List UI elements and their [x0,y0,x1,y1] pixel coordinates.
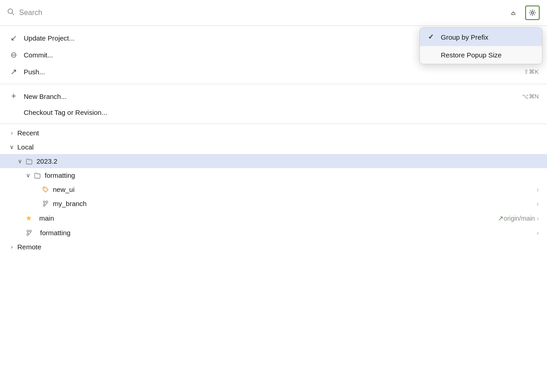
svg-point-3 [532,12,534,14]
folder-formatting-chevron: ∨ [25,172,32,179]
dropdown-item-restore-popup-size[interactable]: Restore Popup Size [420,46,542,64]
push-shortcut: ⇧⌘K [524,68,539,75]
formatting-local-label: formatting [40,229,537,237]
search-bar: Search [0,0,547,26]
push-icon: ↗ [8,67,19,77]
recent-group[interactable]: › Recent [0,126,547,140]
branch-actions-section: + New Branch... ⌥⌘N Checkout Tag or Revi… [0,84,547,124]
checkout-tag-label: Checkout Tag or Revision... [24,108,539,116]
local-group[interactable]: ∨ Local [0,140,547,154]
checkout-tag-item[interactable]: Checkout Tag or Revision... [0,105,547,120]
main-chevron-right: › [537,215,539,222]
branch-my-branch[interactable]: my_branch › [0,196,547,211]
main-label: main [39,214,494,222]
recent-chevron: › [8,129,15,136]
folder-2023-2-label: 2023.2 [36,157,539,165]
dropdown-item-group-by-prefix[interactable]: ✓ Group by Prefix [420,28,542,46]
formatting-local-right: › [537,229,539,237]
folder-formatting-icon [34,172,41,179]
push-label: Push... [24,68,524,76]
local-label: Local [17,143,539,151]
new-ui-right: › [537,186,539,193]
folder-2023-2-icon [26,158,33,165]
new-branch-icon: + [8,92,19,101]
new-branch-item[interactable]: + New Branch... ⌥⌘N [0,88,547,105]
check-icon: ✓ [428,33,436,41]
dropdown-label-group-by-prefix: Group by Prefix [441,33,488,41]
folder-formatting-label: formatting [45,171,539,179]
formatting-local-icon [26,229,33,237]
tag-icon [42,186,49,193]
new-branch-shortcut: ⌥⌘N [522,93,539,100]
star-icon: ★ [26,214,32,222]
dropdown-label-restore-popup-size: Restore Popup Size [441,51,501,59]
update-project-icon: ↙ [8,33,19,43]
remote-group[interactable]: › Remote [0,240,547,254]
branch-new-ui[interactable]: new_ui › [0,182,547,196]
folder-2023-2-chevron: ∨ [16,158,24,165]
my-branch-label: my_branch [53,200,537,207]
main-tracked: origin/main › [504,215,539,222]
new-ui-label: new_ui [53,186,537,193]
svg-point-6 [46,201,48,203]
search-icon [7,8,15,17]
remote-label: Remote [17,243,539,251]
my-branch-right: › [537,200,539,207]
new-ui-chevron-right: › [537,186,539,193]
my-branch-chevron-right: › [537,200,539,207]
new-branch-label: New Branch... [24,93,522,100]
svg-point-4 [44,188,45,189]
folder-2023-2[interactable]: ∨ 2023.2 [0,154,547,168]
gear-button[interactable] [525,5,540,20]
search-input-placeholder[interactable]: Search [19,9,507,17]
svg-point-8 [27,230,29,232]
branch-my-branch-icon [42,200,49,207]
svg-point-9 [30,230,31,232]
remote-chevron: › [8,243,15,250]
local-chevron: ∨ [8,144,15,150]
collapse-button[interactable] [507,5,521,20]
branch-main[interactable]: ★ main ↗ origin/main › [0,211,547,226]
push-item[interactable]: ↗ Push... ⇧⌘K [0,63,547,80]
main-push-arrow: ↗ [498,214,504,222]
formatting-local-chevron-right: › [537,229,539,237]
toolbar-icons [507,5,540,20]
folder-formatting-group[interactable]: ∨ formatting [0,168,547,182]
settings-dropdown: ✓ Group by Prefix Restore Popup Size [419,27,542,64]
branch-tree: › Recent ∨ Local ∨ 2023.2 ∨ formatting [0,124,547,256]
recent-label: Recent [17,129,539,137]
commit-icon: ⊖ [8,50,19,60]
svg-line-1 [12,13,14,15]
branch-formatting-local[interactable]: formatting › [0,226,547,240]
svg-point-5 [43,201,45,203]
